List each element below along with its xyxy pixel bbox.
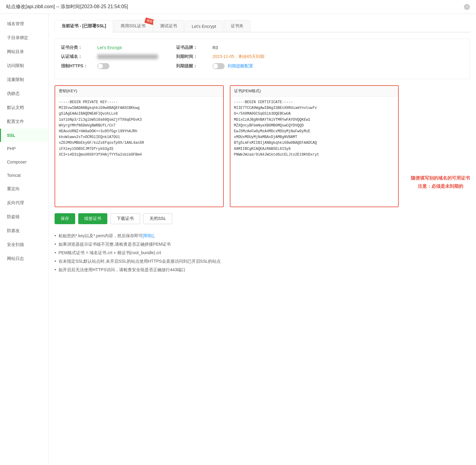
cert-expiry-value: 2023-11-05，剩余65天到期 bbox=[213, 54, 264, 59]
title-bar: 站点修改[api.zibll.com] -- 添加时间[2023-08-25 2… bbox=[0, 0, 476, 14]
tab-current-cert[interactable]: 当前证书 - [已部署SSL] bbox=[55, 20, 113, 32]
force-https-toggle[interactable] bbox=[97, 63, 109, 69]
expiry-reminder-label: 到期提醒： bbox=[176, 63, 213, 69]
cert-brand-value: R3 bbox=[213, 45, 218, 50]
tip-link-0[interactable]: [帮助] bbox=[143, 233, 154, 239]
red-notice-line1: 随便填写别的域名的可用证书 bbox=[411, 174, 470, 182]
cert-textarea[interactable]: -----BEGIN CERTIFICATE----- MIIE7TCCA9Wg… bbox=[230, 96, 398, 206]
key-box: 密钥(KEY) -----BEGIN PRIVATE KEY----- MIIE… bbox=[55, 85, 224, 207]
page-title: 站点修改[api.zibll.com] -- 添加时间[2023-08-25 2… bbox=[6, 4, 128, 10]
sidebar-item-php[interactable]: PHP bbox=[0, 142, 48, 155]
sidebar-item-default-doc[interactable]: 默认文档 bbox=[0, 101, 48, 115]
cert-class-value: Let's Encrypt bbox=[97, 45, 122, 50]
sidebar-item-traffic-limit[interactable]: 流量限制 bbox=[0, 73, 48, 87]
save-button[interactable]: 保存 bbox=[55, 213, 75, 224]
expiry-reminder-link[interactable]: 到期提醒配置 bbox=[228, 63, 253, 69]
cert-domain-value bbox=[97, 54, 158, 59]
tab-test-cert[interactable]: 测试证书 bbox=[153, 20, 184, 32]
cert-info-section: 证书分类： Let's Encrypt 认证域名： 强制HTTPS： bbox=[55, 39, 470, 79]
sidebar-item-ssl[interactable]: SSL bbox=[0, 129, 48, 142]
sidebar-item-anti-tamper[interactable]: 防篡改 bbox=[0, 224, 48, 238]
expiry-reminder-row: 到期提醒： 到期提醒配置 bbox=[176, 63, 264, 69]
close-ssl-button[interactable]: 关闭SSL bbox=[143, 213, 172, 224]
button-row: 保存 续签证书 下载证书 关闭SSL bbox=[55, 213, 399, 224]
key-box-title: 密钥(KEY) bbox=[55, 86, 223, 96]
cert-expiry-label: 到期时间： bbox=[176, 54, 213, 59]
red-notice-line2: 注意：必须是未到期的 bbox=[411, 182, 470, 190]
sidebar-item-composer[interactable]: Composer bbox=[0, 155, 48, 169]
download-cert-button[interactable]: 下载证书 bbox=[110, 213, 140, 224]
tab-cert-folder[interactable]: 证书夹 bbox=[224, 20, 250, 32]
cert-class-label: 证书分类： bbox=[61, 45, 97, 50]
sidebar-item-reverse-proxy[interactable]: 反向代理 bbox=[0, 196, 48, 210]
cert-expiry-row: 到期时间： 2023-11-05，剩余65天到期 bbox=[176, 54, 264, 59]
force-https-row: 强制HTTPS： bbox=[61, 63, 158, 69]
sidebar-item-tomcat[interactable]: Tomcat bbox=[0, 169, 48, 182]
sidebar: 域名管理子目录绑定网站目录访问限制流量限制伪静态默认文档配置文件SSLPHPCo… bbox=[0, 14, 49, 465]
cert-box-title: 证书(PEM格式) bbox=[230, 86, 398, 96]
sidebar-item-anti-theft[interactable]: 防盗链 bbox=[0, 210, 48, 224]
sidebar-item-website-dir[interactable]: 网站目录 bbox=[0, 45, 48, 59]
sidebar-item-subdir[interactable]: 子目录绑定 bbox=[0, 31, 48, 45]
right-side-notice: 随便填写别的域名的可用证书 注意：必须是未到期的 bbox=[405, 85, 470, 279]
cert-box: 证书(PEM格式) -----BEGIN CERTIFICATE----- MI… bbox=[230, 85, 399, 207]
content-area: 当前证书 - [已部署SSL]商用SSL证书推荐测试证书Let's Encryp… bbox=[49, 14, 476, 465]
sidebar-item-access-control[interactable]: 访问限制 bbox=[0, 59, 48, 73]
force-https-label: 强制HTTPS： bbox=[61, 63, 97, 69]
tips-section: 粘贴您的*.key以及*.pem内容，然后保存即可[帮助]。如果浏览器提示证书链… bbox=[55, 230, 399, 279]
tip-item-3: 在未指定SSL默认站点时,未开启SSL的站点使用HTTPS会直接访问到已开启SS… bbox=[55, 259, 399, 264]
tip-item-4: 如开启后无法使用HTTPS访问，请检查安全组是否正确放行443端口 bbox=[55, 267, 399, 273]
tip-item-0: 粘贴您的*.key以及*.pem内容，然后保存即可[帮助]。 bbox=[55, 233, 399, 239]
cert-brand-row: 证书品牌： R3 bbox=[176, 45, 264, 50]
cert-domain-label: 认证域名： bbox=[61, 54, 97, 59]
sidebar-item-pseudo-static[interactable]: 伪静态 bbox=[0, 87, 48, 101]
tab-commercial-ssl[interactable]: 商用SSL证书推荐 bbox=[114, 20, 153, 32]
sidebar-item-website-log[interactable]: 网站日志 bbox=[0, 252, 48, 266]
expiry-reminder-toggle[interactable] bbox=[213, 63, 225, 69]
renew-cert-button[interactable]: 续签证书 bbox=[78, 213, 107, 224]
key-textarea[interactable]: -----BEGIN PRIVATE KEY----- MIIEvwIBADAN… bbox=[55, 96, 223, 206]
cert-brand-label: 证书品牌： bbox=[176, 45, 213, 50]
cert-class-row: 证书分类： Let's Encrypt bbox=[61, 45, 158, 50]
sidebar-item-security-scan[interactable]: 安全扫描 bbox=[0, 238, 48, 252]
tab-lets-encrypt[interactable]: Let's Encrypt bbox=[185, 21, 223, 32]
red-notice: 随便填写别的域名的可用证书 注意：必须是未到期的 bbox=[405, 174, 470, 190]
sidebar-item-config-file[interactable]: 配置文件 bbox=[0, 115, 48, 129]
tabs-bar: 当前证书 - [已部署SSL]商用SSL证书推荐测试证书Let's Encryp… bbox=[55, 20, 470, 32]
textarea-section: 密钥(KEY) -----BEGIN PRIVATE KEY----- MIIE… bbox=[55, 85, 399, 207]
tip-item-2: PEM格式证书 = 域名证书.crt + 根证书(root_bundle).cr… bbox=[55, 250, 399, 256]
cert-domain-row: 认证域名： bbox=[61, 54, 158, 59]
sidebar-item-redirect[interactable]: 重定向 bbox=[0, 182, 48, 196]
main-layout: 域名管理子目录绑定网站目录访问限制流量限制伪静态默认文档配置文件SSLPHPCo… bbox=[0, 14, 476, 465]
close-button[interactable]: × bbox=[464, 4, 470, 10]
tip-item-1: 如果浏览器提示证书链不完整,请检查是否正确拼接PEM证书 bbox=[55, 242, 399, 247]
sidebar-item-domain[interactable]: 域名管理 bbox=[0, 17, 48, 31]
